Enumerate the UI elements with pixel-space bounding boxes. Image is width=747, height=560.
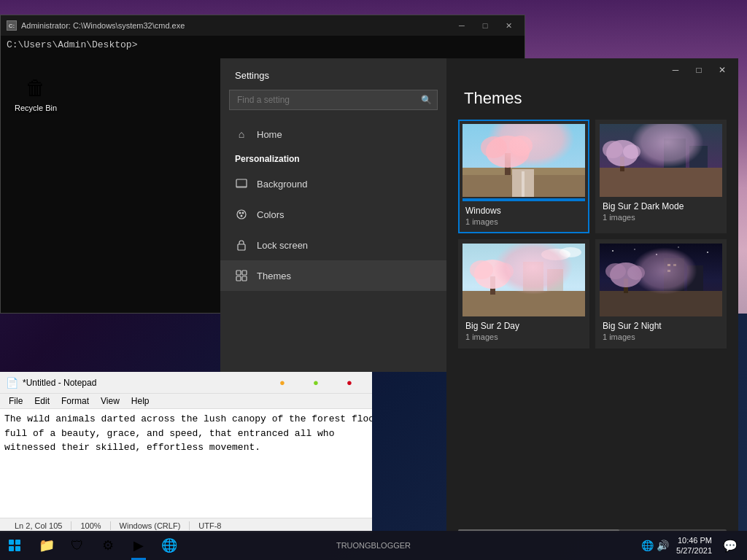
- cmd-window-controls: ─ □ ✕: [452, 18, 519, 33]
- notepad-close-button[interactable]: ●: [333, 372, 366, 394]
- home-icon: ⌂: [235, 128, 248, 141]
- notepad-menu-help[interactable]: Help: [125, 394, 155, 408]
- taskbar-item-settings[interactable]: ⚙: [93, 531, 123, 560]
- theme-big-sur-night-info: Big Sur 2 Night 1 images: [600, 316, 722, 344]
- cmd-minimize-button[interactable]: ─: [452, 18, 472, 33]
- notepad-menu-edit[interactable]: Edit: [28, 394, 55, 408]
- themes-maximize-button[interactable]: □: [689, 61, 709, 79]
- svg-point-2: [237, 210, 246, 219]
- cmd-close-button[interactable]: ✕: [498, 18, 519, 33]
- notepad-maximize-button[interactable]: ●: [299, 372, 333, 394]
- recycle-bin-label: Recycle Bin: [15, 104, 57, 112]
- colors-icon: [235, 208, 248, 221]
- theme-big-sur-dark-count: 1 images: [603, 213, 719, 222]
- theme-big-sur-dark-info: Big Sur 2 Dark Mode 1 images: [600, 197, 722, 225]
- cmd-app-icon: C:: [7, 20, 17, 31]
- svg-point-15: [486, 136, 530, 168]
- recycle-bin-icon[interactable]: 🗑 Recycle Bin: [10, 73, 61, 112]
- settings-nav-background[interactable]: Background: [220, 168, 446, 199]
- theme-big-sur-day-name: Big Sur 2 Day: [465, 321, 582, 331]
- theme-big-sur-night-image: [600, 244, 722, 316]
- network-tray-icon[interactable]: 🌐: [641, 540, 654, 551]
- notification-button[interactable]: 💬: [719, 531, 741, 560]
- taskbar: 📁 🛡 ⚙ ▶ 🌐 TRUONGBLOGGER 🌐 🔊: [0, 531, 747, 560]
- taskbar-item-explorer[interactable]: 📁: [32, 531, 61, 560]
- settings-search-input[interactable]: [229, 90, 438, 110]
- start-icon: [9, 540, 20, 551]
- terminal-icon: ▶: [133, 537, 144, 553]
- themes-icon: [235, 269, 248, 282]
- notepad-status-zoom: 100%: [71, 521, 110, 530]
- settings-nav-home[interactable]: ⌂ Home: [220, 119, 446, 149]
- notepad-title-text: *Untitled - Notepad: [23, 378, 261, 388]
- settings-nav-colors-label: Colors: [257, 209, 285, 220]
- svg-point-4: [242, 212, 244, 214]
- taskbar-item-terminal[interactable]: ▶: [124, 531, 153, 560]
- theme-windows-info: Windows 1 images: [462, 201, 585, 229]
- svg-rect-6: [238, 244, 245, 250]
- theme-big-sur-dark-name: Big Sur 2 Dark Mode: [603, 201, 719, 211]
- notepad-menu-file[interactable]: File: [3, 394, 28, 408]
- desktop: C: Administrator: C:\Windows\system32\cm…: [0, 0, 747, 560]
- svg-point-34: [470, 260, 493, 279]
- svg-rect-9: [236, 276, 241, 281]
- theme-card-big-sur-day[interactable]: Big Sur 2 Day 1 images: [458, 239, 589, 349]
- svg-point-43: [678, 246, 679, 248]
- theme-card-big-sur-dark[interactable]: Big Sur 2 Dark Mode 1 images: [595, 120, 727, 233]
- notepad-menu-view[interactable]: View: [95, 394, 125, 408]
- notepad-text-area[interactable]: The wild animals darted across the lush …: [0, 409, 372, 518]
- theme-big-sur-day-count: 1 images: [465, 332, 582, 341]
- svg-rect-30: [523, 262, 543, 291]
- svg-rect-49: [667, 270, 670, 272]
- svg-rect-45: [664, 258, 684, 291]
- theme-card-windows[interactable]: Windows 1 images: [458, 120, 589, 233]
- settings-sidebar: Settings 🔍 ⌂ Home Personalization Backgr…: [220, 58, 446, 372]
- notepad-status-line-ending: Windows (CRLF): [111, 521, 190, 530]
- settings-nav-lockscreen[interactable]: Lock screen: [220, 230, 446, 260]
- start-button[interactable]: [0, 531, 29, 560]
- svg-rect-31: [547, 269, 563, 291]
- sound-tray-icon[interactable]: 🔊: [657, 540, 669, 551]
- taskbar-item-security[interactable]: 🛡: [63, 531, 92, 560]
- notepad-menu-format[interactable]: Format: [55, 394, 95, 408]
- settings-nav-themes[interactable]: Themes: [220, 260, 446, 291]
- theme-windows-image: [462, 124, 585, 197]
- settings-nav-colors[interactable]: Colors: [220, 199, 446, 230]
- taskbar-item-browser[interactable]: 🌐: [155, 531, 184, 560]
- taskbar-time: 10:46 PM: [678, 535, 712, 545]
- tray-icons: 🌐 🔊: [641, 540, 669, 551]
- svg-point-37: [560, 247, 581, 257]
- recycle-bin-image: 🗑: [21, 73, 50, 102]
- lock-screen-icon: [235, 238, 248, 252]
- settings-section-label: Personalization: [220, 149, 446, 168]
- svg-rect-39: [600, 291, 722, 316]
- svg-rect-10: [242, 276, 247, 281]
- themes-close-button[interactable]: ✕: [712, 61, 732, 79]
- theme-card-big-sur-night[interactable]: Big Sur 2 Night 1 images: [595, 239, 727, 349]
- svg-rect-1: [236, 186, 247, 187]
- notepad-minimize-button[interactable]: ●: [266, 372, 299, 394]
- themes-window: ─ □ ✕ Themes: [446, 58, 738, 532]
- svg-point-17: [509, 136, 533, 156]
- cmd-maximize-button[interactable]: □: [475, 18, 495, 33]
- svg-rect-14: [505, 153, 511, 175]
- svg-point-5: [241, 215, 243, 217]
- settings-nav-themes-label: Themes: [257, 271, 291, 281]
- svg-point-53: [627, 265, 645, 280]
- notepad-window: 📄 *Untitled - Notepad ● ● ● File Edit Fo…: [0, 372, 372, 532]
- svg-rect-23: [689, 146, 708, 168]
- svg-rect-47: [667, 264, 670, 266]
- browser-icon: 🌐: [161, 537, 177, 553]
- themes-grid: Windows 1 images: [446, 120, 738, 349]
- notification-icon: 💬: [723, 539, 738, 553]
- theme-big-sur-dark-image: [600, 124, 722, 197]
- taskbar-clock[interactable]: 10:46 PM 5/27/2021: [673, 535, 715, 556]
- themes-minimize-button[interactable]: ─: [665, 61, 686, 79]
- theme-big-sur-night-count: 1 images: [603, 332, 719, 341]
- notepad-status-position: Ln 2, Col 105: [6, 521, 71, 530]
- settings-header-label: Settings: [220, 58, 446, 90]
- svg-point-3: [239, 212, 241, 214]
- svg-point-42: [656, 254, 657, 255]
- svg-point-26: [603, 141, 623, 158]
- notepad-menu-bar: File Edit Format View Help: [0, 394, 372, 409]
